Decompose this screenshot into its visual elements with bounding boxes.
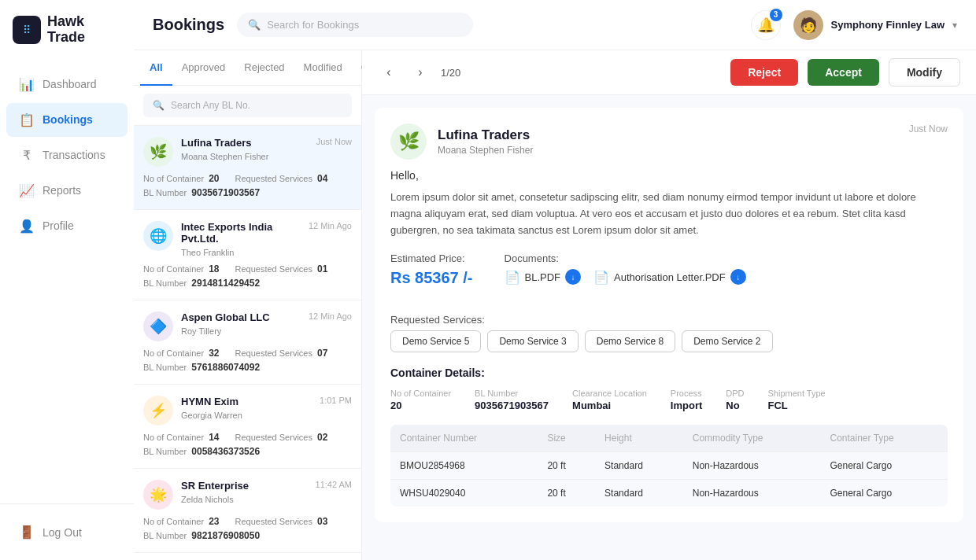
cell-commodity: Non-Hazardous	[683, 452, 821, 480]
list-item[interactable]: 🌟 SR Enterprise 11:42 AM Zelda Nichols N…	[134, 469, 361, 553]
summary-location: Clearance Location Mumbai	[572, 389, 647, 412]
bl-search-placeholder: Search Any BL No.	[171, 100, 250, 111]
notification-badge: 3	[770, 9, 782, 21]
list-item[interactable]: 🌐 Intec Exports India Pvt.Ltd. 12 Min Ag…	[134, 210, 361, 300]
bookings-icon: 📋	[19, 112, 35, 127]
summary-containers: No of Container 20	[390, 389, 451, 412]
doc-name: BL.PDF	[525, 271, 561, 283]
summary-containers-value: 20	[390, 400, 401, 411]
logo-line1: Hawk	[47, 14, 85, 30]
detail-contact-name: Moana Stephen Fisher	[438, 145, 533, 156]
logo: ⠿ Hawk Trade	[0, 0, 134, 60]
logo-icon: ⠿	[13, 16, 41, 44]
doc-download-button[interactable]: ↓	[565, 269, 581, 285]
detail-header: 🌿 Lufina Traders Moana Stephen Fisher Ju…	[390, 123, 948, 160]
search-placeholder: Search for Bookings	[267, 19, 359, 31]
summary-process-value: Import	[671, 400, 702, 411]
notification-button[interactable]: 🔔 3	[751, 10, 781, 40]
document-item: 📄 Authorisation Letter.PDF ↓	[593, 269, 746, 285]
cell-commodity: Non-Hazardous	[683, 480, 821, 507]
booking-company-name: Intec Exports India Pvt.Ltd.	[181, 221, 309, 245]
tab-modified[interactable]: Modified	[294, 50, 352, 86]
prev-button[interactable]: ‹	[378, 61, 400, 83]
tab-approved[interactable]: Approved	[172, 50, 235, 86]
page-title: Bookings	[153, 16, 224, 34]
cell-size: 20 ft	[538, 452, 595, 480]
accept-button[interactable]: Accept	[808, 59, 879, 86]
nav-count: 1/20	[441, 67, 460, 79]
list-item[interactable]: ⚡ HYMN Exim 1:01 PM Georgia Warren No of…	[134, 385, 361, 469]
sidebar-item-reports[interactable]: 📈 Reports	[6, 174, 128, 208]
next-button[interactable]: ›	[409, 61, 431, 83]
list-item[interactable]: 🔷 Aspen Global LLC 12 Min Ago Roy Tiller…	[134, 300, 361, 385]
booking-contact: Theo Franklin	[181, 248, 352, 257]
col-header-container-number: Container Number	[390, 425, 538, 452]
services-count: 03	[317, 516, 327, 527]
header-right: 🔔 3 🧑 Symphony Finnley Law ▾	[751, 10, 957, 40]
sidebar-item-dashboard[interactable]: 📊 Dashboard	[6, 68, 128, 101]
container-count: 32	[209, 348, 219, 359]
avatar: 🌟	[143, 480, 173, 510]
chevron-down-icon: ▾	[952, 20, 957, 31]
col-header-height: Height	[595, 425, 683, 452]
sidebar-label-dashboard: Dashboard	[43, 78, 97, 90]
summary-process-label: Process	[671, 389, 702, 398]
detail-card: 🌿 Lufina Traders Moana Stephen Fisher Ju…	[375, 108, 963, 522]
sidebar-item-profile[interactable]: 👤 Profile	[6, 209, 128, 243]
bl-label: BL Number	[143, 188, 191, 197]
summary-shipment: Shipment Type FCL	[768, 389, 826, 412]
tabs: All Approved Rejected Modified Cancelled	[134, 50, 361, 86]
container-label: No of Container 23	[143, 516, 220, 527]
service-tag: Demo Service 8	[585, 330, 675, 352]
profile-icon: 👤	[19, 219, 35, 234]
transactions-icon: ₹	[19, 148, 35, 163]
list-item[interactable]: 🌿 Lufina Traders Just Now Moana Stephen …	[134, 126, 361, 210]
sidebar-bottom: 🚪 Log Out	[0, 503, 134, 560]
services-section-label: Requested Services:	[390, 314, 948, 326]
booking-company-name: HYMN Exim	[181, 396, 238, 407]
reject-button[interactable]: Reject	[730, 59, 798, 86]
doc-download-button[interactable]: ↓	[730, 269, 746, 285]
booking-time: Just Now	[316, 137, 352, 146]
bl-search-icon: 🔍	[153, 100, 165, 111]
cell-container-type: General Cargo	[820, 480, 948, 507]
summary-shipment-label: Shipment Type	[768, 389, 826, 398]
container-label: No of Container 20	[143, 173, 220, 184]
bl-value: 2914811429452	[191, 278, 260, 289]
sidebar-label-transactions: Transactions	[43, 149, 105, 161]
tab-all[interactable]: All	[140, 50, 172, 86]
summary-dpd-label: DPD	[726, 389, 744, 398]
modify-button[interactable]: Modify	[889, 58, 960, 87]
booking-company-name: Lufina Traders	[181, 137, 252, 149]
booking-time: 1:01 PM	[320, 396, 352, 405]
bl-value: 9821876908050	[191, 530, 260, 541]
search-icon: 🔍	[248, 19, 261, 31]
logout-button[interactable]: 🚪 Log Out	[6, 515, 128, 549]
table-row: BMOU2854968 20 ft Standard Non-Hazardous…	[390, 452, 948, 480]
main: Bookings 🔍 Search for Bookings 🔔 3 🧑 Sym…	[134, 0, 976, 560]
search-bar[interactable]: 🔍 Search for Bookings	[237, 13, 473, 37]
summary-containers-label: No of Container	[390, 389, 451, 398]
bl-label: BL Number	[143, 447, 191, 456]
avatar: 🌿	[143, 137, 173, 167]
booking-time: 12 Min Ago	[309, 311, 352, 321]
summary-bl-label: BL Number	[475, 389, 549, 398]
user-menu[interactable]: 🧑 Symphony Finnley Law ▾	[793, 10, 957, 40]
bl-label: BL Number	[143, 363, 191, 372]
booking-contact: Zelda Nichols	[181, 495, 352, 504]
bl-search-input[interactable]: 🔍 Search Any BL No.	[143, 94, 352, 117]
pdf-icon: 📄	[593, 270, 609, 285]
sidebar-item-transactions[interactable]: ₹ Transactions	[6, 138, 128, 172]
logo-line2: Trade	[47, 30, 85, 46]
services-label: Requested Services 03	[235, 516, 328, 527]
right-toolbar: ‹ › 1/20 Reject Accept Modify	[362, 50, 976, 95]
summary-dpd: DPD No	[726, 389, 744, 412]
bl-value: 0058436373526	[191, 446, 260, 457]
tab-rejected[interactable]: Rejected	[235, 50, 294, 86]
summary-shipment-value: FCL	[768, 400, 788, 411]
cell-height: Standard	[595, 480, 683, 507]
container-count: 14	[209, 432, 219, 443]
detail-avatar: 🌿	[390, 123, 427, 160]
sidebar-item-bookings[interactable]: 📋 Bookings	[6, 103, 128, 137]
table-row: WHSU4029040 20 ft Standard Non-Hazardous…	[390, 480, 948, 507]
